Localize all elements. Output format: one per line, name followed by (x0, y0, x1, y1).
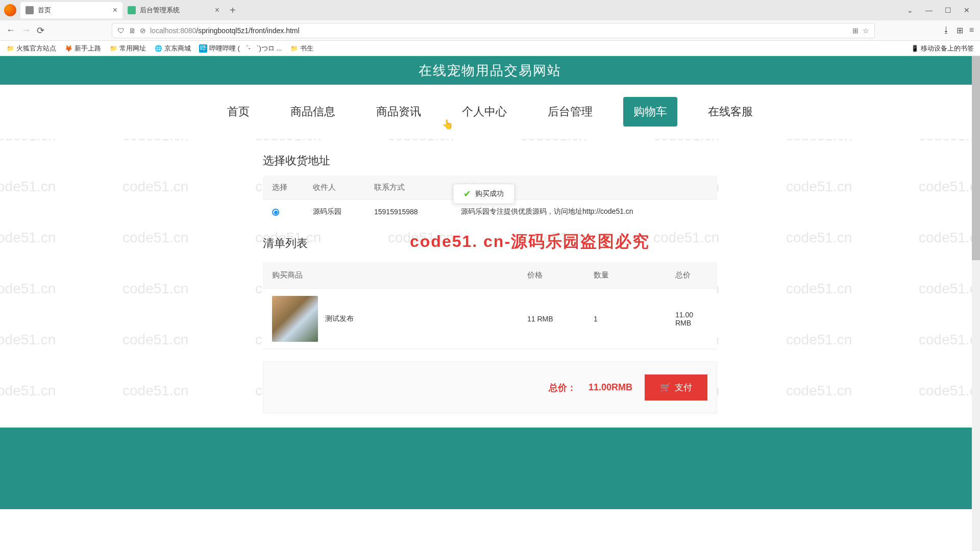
bookmark-item[interactable]: 📁常用网址 (109, 44, 146, 53)
product-name: 测试发布 (325, 314, 354, 323)
cart-icon: 🛒 (660, 382, 671, 393)
bookmark-label: 移动设备上的书签 (921, 44, 974, 53)
firefox-icon: 🦊 (64, 44, 72, 53)
translate-icon[interactable]: ⊞ (852, 27, 859, 35)
window-controls: ⌄ — ☐ ✕ (907, 6, 976, 14)
tab-title: 首页 (38, 6, 109, 15)
tab-close-icon[interactable]: × (215, 6, 219, 15)
checkmark-icon: ✔ (463, 188, 471, 199)
bookmark-label: 新手上路 (75, 44, 101, 53)
folder-icon: 📁 (109, 44, 117, 53)
browser-tab-2[interactable]: 后台管理系统 × (122, 2, 225, 18)
shield-icon[interactable]: 🛡 (117, 27, 125, 35)
url-bar: ← → ⟳ 🛡 🗎 ⊘ localhost:8080/springbootql5… (0, 20, 980, 41)
nav-item-1[interactable]: 商品信息 (280, 97, 346, 127)
order-summary: 总价： 11.00RMB 🛒 支付 (263, 362, 717, 413)
col-header-qty: 数量 (594, 270, 675, 280)
product-thumbnail[interactable] (272, 296, 318, 342)
footer (0, 428, 980, 509)
url-input[interactable]: 🛡 🗎 ⊘ localhost:8080/springbootql5z1/fro… (112, 23, 875, 38)
toast-text: 购买成功 (475, 189, 504, 198)
bookmark-item[interactable]: 📁火狐官方站点 (6, 44, 56, 53)
url-path: /springbootql5z1/front/index.html (196, 27, 299, 35)
cart-section-title: 清单列表 (263, 236, 308, 251)
bookmark-label: 火狐官方站点 (16, 44, 56, 53)
bookmark-bar: 📁火狐官方站点 🦊新手上路 📁常用网址 🌐京东商城 哔哔哩哔哩 ( ゜- ゜)つ… (0, 41, 980, 56)
bookmark-item[interactable]: 📁书生 (290, 44, 313, 53)
nav-item-4[interactable]: 后台管理 (537, 97, 603, 127)
address-radio[interactable] (272, 209, 279, 216)
permission-icon[interactable]: ⊘ (140, 27, 146, 35)
cart-row: 测试发布 11 RMB 1 11.00 RMB (263, 288, 717, 349)
reload-icon[interactable]: ⟳ (37, 25, 44, 36)
col-header-select: 选择 (272, 183, 313, 192)
browser-tab-1[interactable]: 首页 × (20, 2, 122, 18)
copyright-watermark: code51. cn-源码乐园盗图必究 (308, 231, 650, 253)
menu-icon[interactable]: ≡ (969, 26, 974, 35)
col-header-phone: 联系方式 (374, 183, 461, 192)
bookmark-item[interactable]: 🌐京东商城 (154, 44, 191, 53)
product-qty: 1 (594, 315, 675, 323)
address-section-title: 选择收货地址 (263, 153, 717, 168)
bookmark-label: 常用网址 (119, 44, 146, 53)
pay-label: 支付 (675, 382, 692, 393)
forward-icon[interactable]: → (21, 25, 31, 36)
firefox-logo-icon (4, 4, 16, 16)
new-tab-button[interactable]: + (225, 5, 241, 16)
main-nav: 首页商品信息商品资讯个人中心后台管理购物车在线客服 (0, 85, 980, 139)
mobile-bookmarks[interactable]: 📱移动设备上的书签 (911, 44, 974, 53)
total-value: 11.00RMB (589, 382, 632, 393)
product-total: 11.00 RMB (675, 311, 708, 327)
site-title: 在线宠物用品交易网站 (419, 62, 561, 80)
maximize-icon[interactable]: ☐ (945, 6, 951, 14)
back-icon[interactable]: ← (6, 25, 15, 36)
bookmark-label: 哔哩哔哩 ( ゜- ゜)つロ ... (209, 44, 282, 53)
total-label: 总价： (549, 382, 576, 394)
site-header: 在线宠物用品交易网站 (0, 56, 980, 85)
tab-bar: 首页 × 后台管理系统 × + ⌄ — ☐ ✕ (0, 0, 980, 20)
extension-icon[interactable]: ⊞ (957, 26, 963, 35)
toast-message: ✔ 购买成功 (453, 184, 514, 204)
tab-title: 后台管理系统 (140, 6, 211, 15)
nav-item-2[interactable]: 商品资讯 (366, 97, 431, 127)
bookmark-star-icon[interactable]: ☆ (863, 27, 869, 35)
bookmark-label: 京东商城 (164, 44, 191, 53)
scrollbar-thumb[interactable] (972, 56, 980, 260)
nav-item-6[interactable]: 在线客服 (698, 97, 763, 127)
bookmark-label: 书生 (300, 44, 313, 53)
pay-button[interactable]: 🛒 支付 (645, 374, 707, 400)
nav-item-5[interactable]: 购物车 (623, 97, 677, 127)
main-container: 选择收货地址 选择 收件人 联系方式 地址 源码乐园 15915915988 源… (263, 139, 717, 413)
address-text: 源码乐园专注提供优质源码，访问地址http://code51.cn (461, 207, 708, 216)
bookmark-item[interactable]: 🦊新手上路 (64, 44, 101, 53)
page-icon: 🗎 (129, 27, 136, 35)
cart-table: 购买商品 价格 数量 总价 测试发布 11 RMB 1 11.00 RMB (263, 262, 717, 349)
col-header-price: 价格 (527, 270, 594, 280)
folder-icon: 📁 (6, 44, 14, 53)
minimize-icon[interactable]: — (925, 6, 933, 14)
address-phone: 15915915988 (374, 208, 461, 216)
product-price: 11 RMB (527, 315, 594, 323)
bookmark-item[interactable]: 哔哔哩哔哩 ( ゜- ゜)つロ ... (199, 44, 282, 53)
close-icon[interactable]: ✕ (964, 6, 970, 14)
col-header-product: 购买商品 (272, 270, 527, 280)
page-content: 在线宠物用品交易网站 首页商品信息商品资讯个人中心后台管理购物车在线客服 ✔ 购… (0, 56, 980, 509)
col-header-total: 总价 (675, 270, 708, 280)
tab-favicon-icon (26, 6, 34, 14)
address-recipient: 源码乐园 (313, 207, 374, 216)
tab-close-icon[interactable]: × (113, 6, 117, 15)
url-host: localhost:8080 (150, 27, 196, 35)
nav-item-0[interactable]: 首页 (217, 97, 260, 127)
cart-table-header: 购买商品 价格 数量 总价 (263, 262, 717, 288)
nav-item-3[interactable]: 个人中心 (452, 97, 517, 127)
toolbar-right: ⭳ ⊞ ≡ (942, 26, 974, 35)
scrollbar[interactable] (972, 56, 980, 551)
download-icon[interactable]: ⭳ (942, 26, 950, 35)
mobile-icon: 📱 (911, 44, 919, 53)
bilibili-icon: 哔 (199, 44, 207, 53)
url-text: localhost:8080/springbootql5z1/front/ind… (150, 27, 848, 35)
browser-chrome: 首页 × 后台管理系统 × + ⌄ — ☐ ✕ ← → ⟳ 🛡 🗎 ⊘ loca… (0, 0, 980, 56)
jd-icon: 🌐 (154, 44, 162, 53)
chevron-down-icon[interactable]: ⌄ (907, 6, 913, 14)
col-header-recipient: 收件人 (313, 183, 374, 192)
